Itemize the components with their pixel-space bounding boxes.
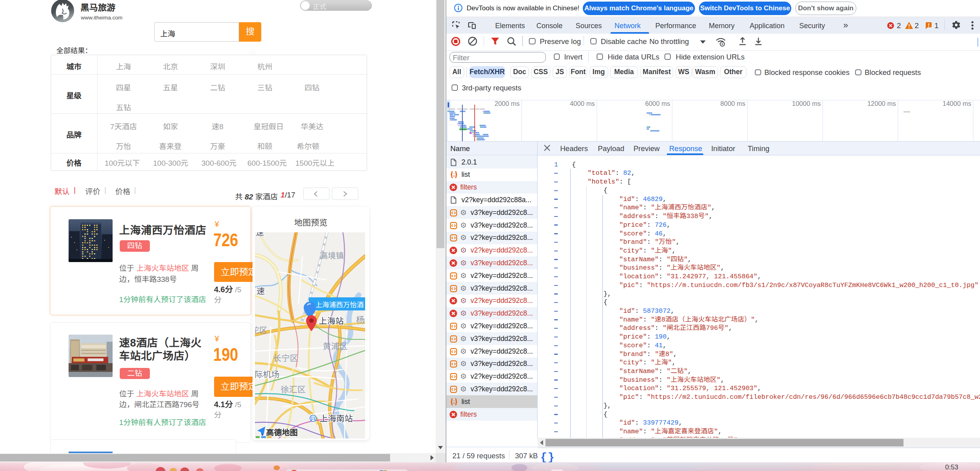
svg-text:8000 ms: 8000 ms (720, 100, 745, 107)
svg-text:上海浦西万怡酒: 上海浦西万怡酒 (315, 299, 364, 309)
svg-text:高境镇: 高境镇 (320, 249, 344, 261)
svg-text:高德地图: 高德地图 (266, 426, 298, 438)
svg-text:国际机场: 国际机场 (255, 368, 279, 380)
svg-text:14000 ms: 14000 ms (942, 100, 971, 107)
svg-text:速: 速 (256, 285, 265, 297)
svg-text:速: 速 (256, 232, 264, 238)
svg-text:长宁区: 长宁区 (273, 352, 298, 364)
svg-text:徐汇区: 徐汇区 (281, 383, 306, 395)
svg-text:上海站: 上海站 (319, 314, 344, 326)
svg-text:4000 ms: 4000 ms (570, 100, 595, 107)
svg-text:6000 ms: 6000 ms (645, 100, 670, 107)
svg-text:杨: 杨 (356, 313, 365, 325)
svg-text:上海南站: 上海南站 (320, 412, 353, 424)
svg-text:陀区: 陀区 (255, 324, 267, 335)
svg-text:10000 ms: 10000 ms (792, 100, 820, 107)
svg-text:2000 ms: 2000 ms (494, 100, 519, 107)
svg-text:12000 ms: 12000 ms (867, 100, 896, 107)
svg-text:黄浦区: 黄浦区 (323, 340, 348, 352)
